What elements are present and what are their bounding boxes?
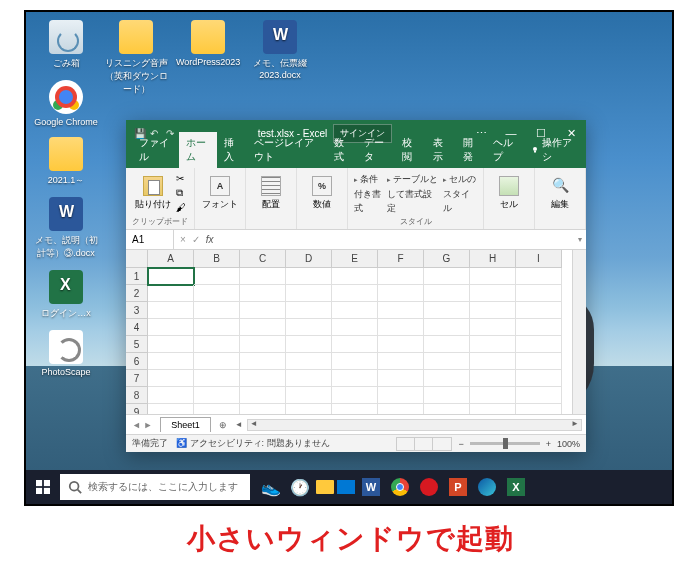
quick-access-toolbar: 💾 ↶ ↷ bbox=[126, 128, 184, 138]
recycle-bin[interactable]: ごみ箱 bbox=[34, 20, 98, 70]
start-button[interactable] bbox=[26, 470, 60, 504]
excel-window: 💾 ↶ ↷ test.xlsx - Excel サインイン ⋯ — ☐ ✕ ファ… bbox=[126, 120, 586, 452]
expand-formula-bar[interactable]: ▾ bbox=[574, 235, 586, 244]
search-icon: 🔍 bbox=[550, 176, 570, 196]
zoom-level[interactable]: 100% bbox=[557, 439, 580, 449]
sheet-nav-buttons[interactable]: ◄ ► bbox=[126, 420, 158, 430]
word-doc-1[interactable]: メモ、説明（初計等）③.docx bbox=[34, 197, 98, 260]
cells-area[interactable] bbox=[148, 268, 572, 414]
tab-help[interactable]: ヘルプ bbox=[486, 132, 524, 168]
font-button[interactable]: A フォント bbox=[201, 176, 239, 211]
col-header[interactable]: B bbox=[194, 250, 240, 268]
accept-formula-icon[interactable]: ✓ bbox=[192, 234, 200, 245]
word-doc-2[interactable]: メモ、伝票綴 2023.docx bbox=[248, 20, 312, 80]
task-word-icon[interactable]: W bbox=[358, 474, 384, 500]
number-button[interactable]: % 数値 bbox=[303, 176, 341, 211]
view-mode-buttons[interactable] bbox=[396, 437, 452, 451]
folder-listening[interactable]: リスニング音声（英和ダウンロード） bbox=[104, 20, 168, 96]
tab-data[interactable]: データ bbox=[357, 132, 395, 168]
row-header[interactable]: 6 bbox=[126, 353, 148, 370]
editing-button[interactable]: 🔍 編集 bbox=[541, 176, 579, 211]
svg-rect-2 bbox=[36, 480, 42, 486]
task-edge-icon[interactable] bbox=[474, 474, 500, 500]
row-header[interactable]: 7 bbox=[126, 370, 148, 387]
col-header[interactable]: F bbox=[378, 250, 424, 268]
task-powerpoint-icon[interactable]: P bbox=[445, 474, 471, 500]
tab-developer[interactable]: 開発 bbox=[456, 132, 486, 168]
annotation-caption: 小さいウィンドウで起動 bbox=[0, 520, 700, 558]
row-header[interactable]: 8 bbox=[126, 387, 148, 404]
row-header[interactable]: 9 bbox=[126, 404, 148, 414]
folder-2021[interactable]: 2021.1～ bbox=[34, 137, 98, 187]
paste-button[interactable]: 貼り付け bbox=[134, 176, 172, 211]
vertical-scrollbar[interactable] bbox=[572, 250, 586, 414]
col-header[interactable]: E bbox=[332, 250, 378, 268]
tab-view[interactable]: 表示 bbox=[426, 132, 456, 168]
name-box[interactable]: A1 bbox=[126, 230, 174, 249]
chrome-shortcut[interactable]: Google Chrome bbox=[34, 80, 98, 127]
bulb-icon bbox=[531, 145, 539, 155]
col-header[interactable]: A bbox=[148, 250, 194, 268]
tab-formulas[interactable]: 数式 bbox=[327, 132, 357, 168]
zoom-slider[interactable] bbox=[470, 442, 540, 445]
tab-page-layout[interactable]: ページレイアウト bbox=[247, 132, 326, 168]
copy-icon[interactable]: ⧉ bbox=[176, 187, 186, 199]
cancel-formula-icon[interactable]: × bbox=[180, 234, 186, 245]
tell-me-search[interactable]: 操作アシ bbox=[525, 132, 580, 168]
tab-review[interactable]: 校閲 bbox=[395, 132, 425, 168]
row-header[interactable]: 3 bbox=[126, 302, 148, 319]
folder-icon bbox=[49, 137, 83, 171]
spreadsheet-grid: A B C D E F G H I 1 bbox=[126, 250, 586, 414]
row-header[interactable]: 4 bbox=[126, 319, 148, 336]
tab-insert[interactable]: 挿入 bbox=[217, 132, 247, 168]
accessibility-status[interactable]: ♿ アクセシビリティ: 問題ありません bbox=[176, 437, 330, 450]
col-header[interactable]: I bbox=[516, 250, 562, 268]
status-bar: 準備完了 ♿ アクセシビリティ: 問題ありません − + 100% bbox=[126, 434, 586, 452]
sheet-tab[interactable]: Sheet1 bbox=[160, 417, 211, 432]
taskbar-search[interactable]: 検索するには、ここに入力します bbox=[60, 474, 250, 500]
taskbar-apps: 👟 🕐 W P X bbox=[258, 474, 529, 500]
col-header[interactable]: D bbox=[286, 250, 332, 268]
add-sheet-button[interactable]: ⊕ bbox=[215, 417, 231, 433]
row-header[interactable]: 1 bbox=[126, 268, 148, 285]
horizontal-scrollbar[interactable]: ◄ bbox=[235, 419, 582, 431]
tab-home[interactable]: ホーム bbox=[179, 132, 217, 168]
task-shoe-icon[interactable]: 👟 bbox=[258, 474, 284, 500]
col-header[interactable]: H bbox=[470, 250, 516, 268]
photoscape-shortcut[interactable]: PhotoScape bbox=[34, 330, 98, 377]
task-clock-icon[interactable]: 🕐 bbox=[287, 474, 313, 500]
insert-function-icon[interactable]: fx bbox=[206, 234, 214, 245]
group-clipboard: 貼り付け ✂ ⧉ 🖌 クリップボード bbox=[126, 168, 195, 229]
folder-icon bbox=[119, 20, 153, 54]
conditional-format-button[interactable]: 条件付き書式 bbox=[354, 172, 383, 215]
zoom-out-button[interactable]: − bbox=[458, 439, 463, 449]
group-cells: セル bbox=[484, 168, 535, 229]
task-chrome-icon[interactable] bbox=[387, 474, 413, 500]
alignment-button[interactable]: 配置 bbox=[252, 176, 290, 211]
excel-file[interactable]: ログイン…x bbox=[34, 270, 98, 320]
task-mail-icon[interactable] bbox=[337, 480, 355, 494]
svg-rect-1 bbox=[534, 151, 536, 153]
svg-point-6 bbox=[70, 482, 79, 491]
task-trend-icon[interactable] bbox=[416, 474, 442, 500]
undo-icon[interactable]: ↶ bbox=[150, 128, 160, 138]
row-header[interactable]: 5 bbox=[126, 336, 148, 353]
col-header[interactable]: C bbox=[240, 250, 286, 268]
redo-icon[interactable]: ↷ bbox=[166, 128, 176, 138]
folder-wordpress[interactable]: WordPress2023 bbox=[176, 20, 240, 67]
zoom-in-button[interactable]: + bbox=[546, 439, 551, 449]
format-painter-icon[interactable]: 🖌 bbox=[176, 202, 186, 213]
paste-icon bbox=[143, 176, 163, 196]
task-excel-icon[interactable]: X bbox=[503, 474, 529, 500]
cell-styles-button[interactable]: セルのスタイル bbox=[443, 172, 477, 215]
row-header[interactable]: 2 bbox=[126, 285, 148, 302]
task-explorer-icon[interactable] bbox=[316, 480, 334, 494]
save-icon[interactable]: 💾 bbox=[134, 128, 144, 138]
cut-icon[interactable]: ✂ bbox=[176, 173, 186, 184]
table-format-button[interactable]: テーブルとして書式設定 bbox=[387, 172, 439, 215]
svg-rect-4 bbox=[36, 488, 42, 494]
col-header[interactable]: G bbox=[424, 250, 470, 268]
cells-button[interactable]: セル bbox=[490, 176, 528, 211]
svg-rect-3 bbox=[44, 480, 50, 486]
select-all-corner[interactable] bbox=[126, 250, 148, 268]
